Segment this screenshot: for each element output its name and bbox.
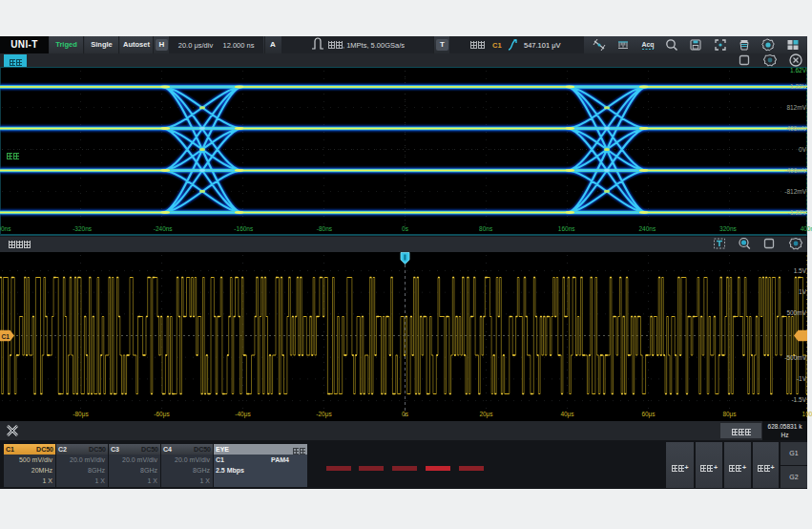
svg-text:C1: C1 (2, 333, 10, 340)
svg-text:Acq: Acq (641, 41, 654, 49)
